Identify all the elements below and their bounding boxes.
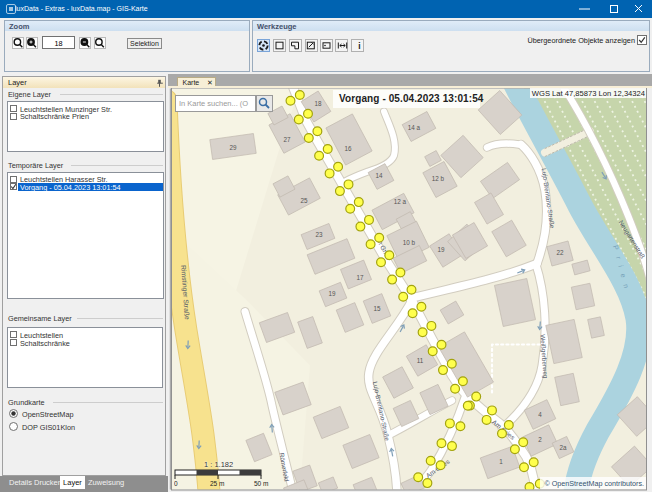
svg-text:25 m: 25 m <box>210 480 224 487</box>
svg-text:15: 15 <box>373 304 381 311</box>
svg-text:23: 23 <box>315 230 323 237</box>
svg-text:4: 4 <box>538 410 542 417</box>
svg-text:10 b: 10 b <box>403 238 416 245</box>
svg-text:1: 1 <box>499 457 503 464</box>
svg-text:50 m: 50 m <box>254 480 268 487</box>
svg-text:11: 11 <box>417 356 424 363</box>
svg-text:18: 18 <box>314 99 322 106</box>
svg-text:0: 0 <box>174 480 178 487</box>
svg-text:14 a: 14 a <box>408 123 421 130</box>
svg-text:i: i <box>358 41 360 51</box>
svg-text:17: 17 <box>356 273 364 280</box>
svg-text:16: 16 <box>344 144 352 151</box>
svg-text:12 b: 12 b <box>432 174 445 181</box>
svg-text:14: 14 <box>375 171 383 178</box>
svg-text:12 a: 12 a <box>394 197 407 204</box>
svg-text:19: 19 <box>328 289 336 296</box>
svg-text:22: 22 <box>556 248 564 255</box>
svg-text:19: 19 <box>437 245 445 252</box>
svg-text:2a: 2a <box>559 443 567 450</box>
svg-text:2: 2 <box>538 435 542 442</box>
svg-text:27: 27 <box>283 135 291 142</box>
svg-text:29: 29 <box>229 143 237 150</box>
svg-text:25: 25 <box>300 196 308 203</box>
